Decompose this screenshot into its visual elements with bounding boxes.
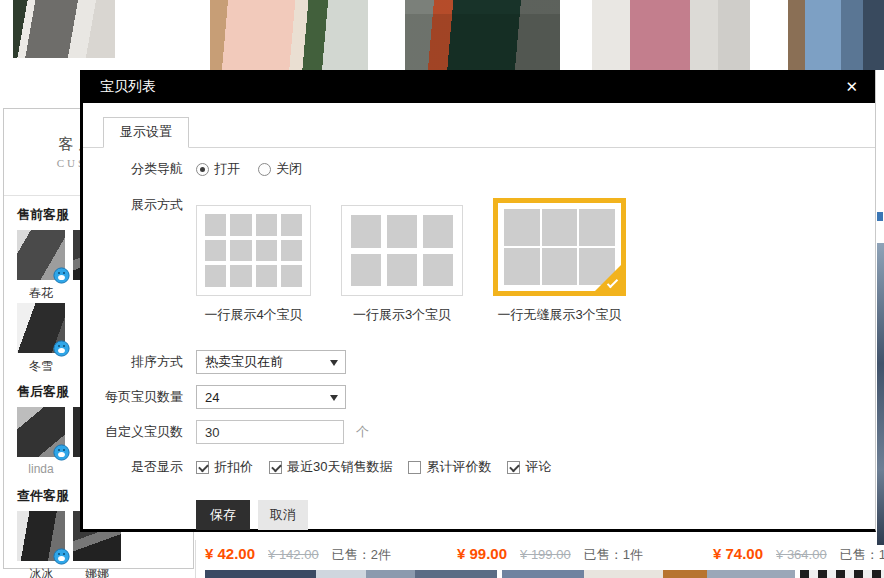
field-label: 自定义宝贝数 bbox=[83, 423, 183, 441]
modal-tabbar: 显示设置 bbox=[83, 116, 875, 148]
wangwang-chat-icon[interactable] bbox=[53, 444, 70, 461]
sold-count: 已售：1件 bbox=[584, 546, 643, 564]
radio-icon[interactable] bbox=[196, 163, 209, 176]
product-price-row: ¥ 74.00 ¥ 364.00 已售：1件 bbox=[713, 545, 884, 564]
staff-name: 冰冰 bbox=[17, 566, 65, 578]
staff-chunhua[interactable]: 春花 bbox=[17, 230, 65, 300]
display-option-label: 一行展示4个宝贝 bbox=[196, 306, 311, 324]
wangwang-chat-icon[interactable] bbox=[53, 548, 70, 565]
checkbox-30day-sales[interactable]: 最近30天销售数据 bbox=[269, 458, 392, 476]
price-original: ¥ 199.00 bbox=[520, 547, 571, 562]
product-photo-next-row[interactable] bbox=[205, 570, 497, 578]
unit-label: 个 bbox=[356, 423, 369, 441]
display-mode-options: 一行展示4个宝贝 一行展示3个宝贝 一行无缝展示3个宝贝 bbox=[196, 198, 656, 324]
cancel-button[interactable]: 取消 bbox=[258, 500, 308, 530]
modal-header: 宝贝列表 ✕ bbox=[83, 70, 875, 103]
staff-name: linda bbox=[17, 462, 65, 477]
display-option-thumbnail[interactable] bbox=[341, 205, 463, 296]
product-photo-next-row[interactable] bbox=[800, 570, 884, 578]
product-photo-5[interactable] bbox=[788, 0, 884, 70]
selected-corner bbox=[595, 265, 621, 291]
product-photo-2[interactable] bbox=[210, 0, 368, 70]
field-label: 分类导航 bbox=[83, 160, 183, 178]
baby-list-settings-modal: 宝贝列表 ✕ 显示设置 分类导航 打开 关闭 展示方式 bbox=[80, 70, 876, 532]
custom-count-input[interactable] bbox=[196, 420, 344, 444]
sold-count: 已售：2件 bbox=[332, 546, 391, 564]
radio-icon[interactable] bbox=[258, 163, 271, 176]
per-page-row: 每页宝贝数量 24 bbox=[83, 385, 875, 409]
price-original: ¥ 142.00 bbox=[268, 547, 319, 562]
display-option-thumbnail-selected[interactable] bbox=[493, 198, 626, 296]
field-label: 排序方式 bbox=[83, 353, 183, 371]
save-button[interactable]: 保存 bbox=[196, 500, 250, 530]
staff-dongxue[interactable]: 冬雪 bbox=[17, 303, 65, 373]
display-option-thumbnail[interactable] bbox=[196, 205, 311, 296]
checkbox-comments[interactable]: 评论 bbox=[507, 458, 551, 476]
avatar[interactable] bbox=[17, 511, 65, 561]
checkbox-icon[interactable] bbox=[408, 461, 421, 474]
radio-open[interactable]: 打开 bbox=[196, 160, 240, 178]
display-mode-row: 展示方式 一行展示4个宝贝 一行展示3个宝贝 bbox=[83, 194, 875, 324]
radio-label: 关闭 bbox=[276, 160, 302, 178]
checkbox-icon[interactable] bbox=[269, 461, 282, 474]
wangwang-chat-icon[interactable] bbox=[53, 340, 70, 357]
checkbox-discount-price[interactable]: 折扣价 bbox=[196, 458, 253, 476]
field-label: 是否显示 bbox=[83, 458, 183, 476]
product-photo-next-row[interactable] bbox=[502, 570, 795, 578]
chevron-down-icon bbox=[330, 395, 338, 401]
sort-row: 排序方式 热卖宝贝在前 bbox=[83, 350, 875, 374]
page-link-fragment bbox=[877, 212, 883, 221]
staff-name: 冬雪 bbox=[17, 358, 65, 373]
show-options-row: 是否显示 折扣价 最近30天销售数据 累计评价数 评论 bbox=[83, 458, 875, 476]
checkbox-label: 折扣价 bbox=[214, 458, 253, 476]
sort-select[interactable]: 热卖宝贝在前 bbox=[196, 350, 346, 374]
display-option-3-per-row[interactable]: 一行展示3个宝贝 bbox=[341, 205, 463, 324]
grid-divider bbox=[195, 540, 196, 578]
tab-display-settings[interactable]: 显示设置 bbox=[103, 117, 189, 148]
checkbox-icon[interactable] bbox=[196, 461, 209, 474]
product-photo-1[interactable] bbox=[13, 0, 115, 58]
display-option-3-seamless-selected[interactable]: 一行无缝展示3个宝贝 bbox=[493, 198, 626, 324]
page: 客服中心 CUSTOMER 售前客服 春花 bbox=[0, 0, 884, 578]
price-current: ¥ 74.00 bbox=[713, 545, 763, 562]
radio-label: 打开 bbox=[214, 160, 240, 178]
display-option-label: 一行展示3个宝贝 bbox=[341, 306, 463, 324]
product-photo-edge bbox=[877, 243, 884, 545]
close-icon[interactable]: ✕ bbox=[845, 79, 858, 94]
sort-select-value: 热卖宝贝在前 bbox=[205, 353, 283, 371]
custom-count-row: 自定义宝贝数 个 bbox=[83, 420, 875, 444]
staff-bingbing[interactable]: 冰冰 bbox=[17, 511, 65, 578]
chevron-down-icon bbox=[330, 360, 338, 366]
staff-name: 娜娜 bbox=[73, 566, 121, 578]
staff-linda[interactable]: linda bbox=[17, 407, 65, 477]
per-page-select-value: 24 bbox=[205, 390, 219, 405]
display-option-label: 一行无缝展示3个宝贝 bbox=[493, 306, 626, 324]
modal-buttons: 保存 取消 bbox=[196, 500, 875, 530]
price-current: ¥ 42.00 bbox=[205, 545, 255, 562]
display-option-4-per-row[interactable]: 一行展示4个宝贝 bbox=[196, 205, 311, 324]
checkbox-label: 累计评价数 bbox=[426, 458, 491, 476]
price-current: ¥ 99.00 bbox=[457, 545, 507, 562]
avatar[interactable] bbox=[17, 407, 65, 457]
product-price-row: ¥ 42.00 ¥ 142.00 已售：2件 bbox=[205, 545, 391, 564]
avatar[interactable] bbox=[17, 303, 65, 353]
per-page-select[interactable]: 24 bbox=[196, 385, 346, 409]
category-nav-row: 分类导航 打开 关闭 bbox=[83, 160, 875, 178]
sold-count: 已售：1件 bbox=[840, 546, 884, 564]
price-original: ¥ 364.00 bbox=[776, 547, 827, 562]
field-label: 展示方式 bbox=[83, 196, 183, 214]
radio-close[interactable]: 关闭 bbox=[258, 160, 302, 178]
staff-name: 春花 bbox=[17, 285, 65, 300]
wangwang-chat-icon[interactable] bbox=[53, 267, 70, 284]
checkbox-label: 评论 bbox=[525, 458, 551, 476]
product-photo-3[interactable] bbox=[405, 0, 560, 70]
product-photo-4[interactable] bbox=[592, 0, 750, 70]
modal-title: 宝贝列表 bbox=[100, 78, 156, 96]
checkbox-label: 最近30天销售数据 bbox=[287, 458, 392, 476]
checkbox-total-reviews[interactable]: 累计评价数 bbox=[408, 458, 491, 476]
field-label: 每页宝贝数量 bbox=[83, 388, 183, 406]
checkbox-icon[interactable] bbox=[507, 461, 520, 474]
product-price-row: ¥ 99.00 ¥ 199.00 已售：1件 bbox=[457, 545, 643, 564]
avatar[interactable] bbox=[17, 230, 65, 280]
